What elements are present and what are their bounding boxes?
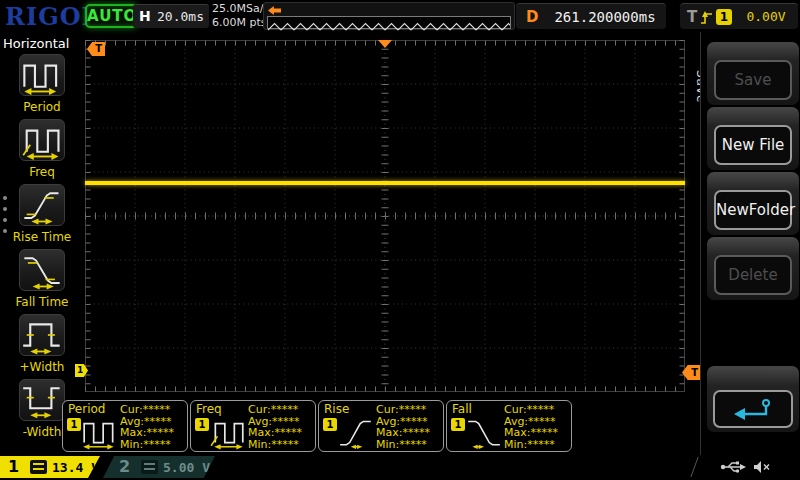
measure-item-freq[interactable]: Freq [8,119,76,181]
statusbar-divider [690,457,698,477]
trigger-level-value: 0.00V [740,9,792,24]
usb-icon [720,460,746,474]
preview-position-arrow-icon [268,6,281,15]
measurement-source-badge: 1 [323,418,337,431]
trigger-time-marker-icon [378,40,392,48]
delay-offset-box: D 261.200000ms [516,3,666,29]
channel1-status-tag: 1 13.4 V [0,456,100,478]
rise-time-icon [337,414,375,450]
stat-row: Cur:***** [248,404,302,416]
channel1-trace [85,181,685,185]
new-folder-button[interactable]: NewFolder [714,190,792,230]
delay-label: D [526,8,538,26]
waveform-display: T [85,40,685,392]
channel2-number: 2 [119,457,130,476]
statusbar-icons [720,460,772,474]
channel2-status-tag: 2 5.00 V [103,456,215,478]
freq-icon [209,414,247,450]
measure-item-rise-time[interactable]: Rise Time [8,184,76,246]
menu-slot: Save [707,42,799,105]
stat-row: Max:***** [120,427,174,439]
fall-time-icon [19,249,65,291]
neg-width-icon [19,379,65,421]
trigger-label: T [687,8,697,26]
stat-row: Cur:***** [376,404,430,416]
pos-width-icon [19,314,65,356]
horizontal-timebase-box: H 20.0ms [133,4,209,28]
menu-page-dot [3,229,7,233]
menu-slot: New File [707,107,799,170]
measure-item-label: +Width [8,360,76,374]
stat-row: Min:***** [248,439,302,451]
menu-slot: NewFolder [707,172,799,235]
preview-zigzag-waveform [268,21,510,32]
rise-time-icon [19,184,65,226]
sample-rate: 25.0MSa/s [212,2,269,16]
channel1-scale: 13.4 V [52,460,99,475]
preview-waveform-strip [267,16,511,29]
stat-row: Max:***** [376,427,430,439]
acquisition-info: 25.0MSa/s 6.00M pts [212,2,269,30]
speaker-muted-icon [753,460,772,474]
measurement-stats: Cur:***** Avg:***** Max:***** Min:***** [376,404,430,450]
measurement-stats: Cur:***** Avg:***** Max:***** Min:***** [504,404,558,450]
stat-row: Max:***** [248,427,302,439]
measurement-stats: Cur:***** Avg:***** Max:***** Min:***** [120,404,174,450]
channel1-number: 1 [8,457,19,476]
menu-page-dot [3,218,7,222]
return-button[interactable] [713,390,793,428]
measurement-source-badge: 1 [67,418,81,431]
stat-row: Max:***** [504,427,558,439]
bottom-status-bar: 1 13.4 V 2 5.00 V [0,455,800,480]
measurement-source-badge: 1 [451,418,465,431]
menu-slot: Delete [707,237,799,300]
measurement-panel-freq: Freq 1 Cur:***** Avg:***** Max:***** Min… [190,400,316,452]
measure-item-label: Rise Time [8,230,76,244]
menu-page-dot [3,196,7,200]
run-status-badge: AUTO [85,4,138,28]
measure-item-pos-width[interactable]: +Width [8,314,76,376]
return-arrow-icon [731,397,775,421]
measure-item-fall-time[interactable]: Fall Time [8,249,76,311]
trigger-edge-icon [700,10,714,25]
measure-item-label: Period [8,100,76,114]
stat-row: Min:***** [376,439,430,451]
oscilloscope-screen: RIGOL AUTO H 20.0ms 25.0MSa/s 6.00M pts [0,0,800,480]
left-measure-menu: Horizontal Period [0,32,83,455]
measurement-panel-rise: Rise 1 Cur:***** Avg:***** Max:***** Min… [318,400,444,452]
waveform-preview [263,2,515,30]
graticule-grid [85,40,685,392]
memory-depth: 6.00M pts [212,16,269,30]
delay-value: 261.200000ms [550,9,660,25]
stat-row: Cur:***** [504,404,558,416]
menu-slot [707,366,799,432]
trigger-status-box: T 1 0.00V [680,3,798,29]
dc-coupling-icon [141,460,158,474]
measure-item-label: Fall Time [8,295,76,309]
measure-item-period[interactable]: Period [8,54,76,116]
freq-icon [19,119,65,161]
dc-coupling-icon [30,460,47,474]
new-file-button[interactable]: New File [714,125,792,165]
delete-button[interactable]: Delete [714,255,792,295]
stat-row: Cur:***** [120,404,174,416]
period-icon [19,54,65,96]
left-menu-title: Horizontal [3,36,69,51]
timebase-value: 20.0ms [157,9,204,24]
measure-item-label: Freq [8,165,76,179]
stat-row: Min:***** [504,439,558,451]
fall-time-icon [465,414,503,450]
top-status-bar: RIGOL AUTO H 20.0ms 25.0MSa/s 6.00M pts [0,0,800,32]
measurement-panel-period: Period 1 Cur:***** Avg:***** Max:***** M… [62,400,188,452]
measurement-panel-fall: Fall 1 Cur:***** Avg:***** Max:***** Min… [446,400,572,452]
horizontal-label: H [139,8,151,24]
trigger-source-badge: 1 [716,9,732,25]
stat-row: Min:***** [120,439,174,451]
right-save-menu: Save New File NewFolder Delete [700,32,800,455]
menu-page-dot [3,207,7,211]
save-button[interactable]: Save [714,60,792,100]
measurement-source-badge: 1 [195,418,209,431]
period-icon [81,414,119,450]
measurement-stats: Cur:***** Avg:***** Max:***** Min:***** [248,404,302,450]
channel2-scale: 5.00 V [163,460,210,475]
